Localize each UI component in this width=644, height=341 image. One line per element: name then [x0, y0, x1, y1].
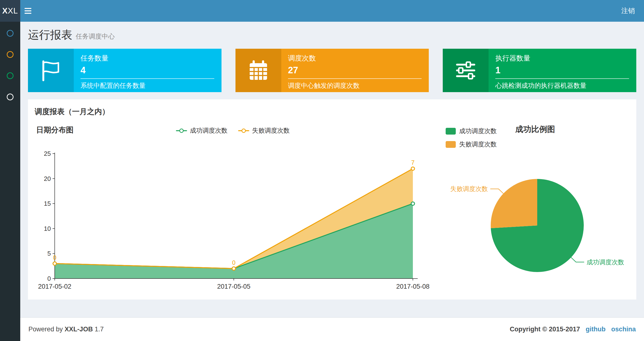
- info-box-description: 调度中心触发的调度次数: [288, 81, 422, 90]
- page-subtitle: 任务调度中心: [76, 33, 115, 40]
- line-chart-legend: 成功调度次数 失败调度次数: [28, 126, 438, 135]
- svg-text:20: 20: [44, 175, 51, 182]
- xxl-job-dashboard: XXL 注销 运行报表任务调度中心: [0, 0, 644, 341]
- sliders-icon: [443, 49, 488, 92]
- info-box-value: 27: [288, 65, 422, 76]
- svg-text:25: 25: [44, 150, 51, 157]
- svg-text:0: 0: [48, 275, 51, 282]
- svg-text:成功调度次数: 成功调度次数: [587, 258, 624, 266]
- powered-by: Powered by XXL-JOB 1.7: [28, 325, 104, 333]
- product-version: 1.7: [95, 325, 104, 333]
- hamburger-icon: [24, 8, 31, 9]
- sidebar-toggle-button[interactable]: [20, 0, 36, 22]
- sidebar-item-2[interactable]: [0, 44, 20, 65]
- github-link[interactable]: github: [586, 325, 606, 333]
- logo-text: XL: [8, 6, 18, 16]
- info-box-description: 心跳检测成功的执行器机器数量: [495, 81, 629, 90]
- svg-text:2017-05-08: 2017-05-08: [396, 283, 430, 290]
- divider: [288, 78, 422, 79]
- pie-chart-legend: 成功调度次数 失败调度次数: [446, 127, 497, 149]
- oschina-link[interactable]: oschina: [611, 325, 636, 333]
- svg-text:2017-05-05: 2017-05-05: [217, 283, 250, 290]
- svg-text:失败调度次数: 失败调度次数: [450, 185, 488, 192]
- legend-label: 成功调度次数: [190, 126, 228, 135]
- panel-title: 调度报表（一月之内）: [35, 107, 110, 117]
- legend-item-fail[interactable]: 失败调度次数: [446, 140, 497, 149]
- calendar-icon: [236, 49, 281, 92]
- sidebar-item-4[interactable]: [0, 86, 20, 108]
- content-area: 运行报表任务调度中心 任务数量 4 系统中配置的任务数量: [20, 22, 644, 317]
- legend-label: 失败调度次数: [252, 126, 290, 135]
- info-box-row: 任务数量 4 系统中配置的任务数量: [28, 49, 636, 92]
- line-series-marker: [238, 130, 249, 131]
- sidebar-item-1[interactable]: [0, 23, 20, 44]
- navbar-spacer: [36, 0, 612, 22]
- svg-text:5: 5: [48, 250, 51, 257]
- info-box-executors: 执行器数量 1 心跳检测成功的执行器机器数量: [443, 49, 636, 92]
- divider: [495, 78, 629, 79]
- info-box-triggers: 调度次数 27 调度中心触发的调度次数: [236, 49, 429, 92]
- svg-text:7: 7: [411, 159, 414, 166]
- svg-text:10: 10: [44, 225, 51, 232]
- product-name: XXL-JOB: [64, 325, 93, 333]
- logo-text-bold: X: [2, 6, 8, 16]
- info-box-jobs: 任务数量 4 系统中配置的任务数量: [28, 49, 222, 92]
- circle-icon: [7, 30, 14, 37]
- svg-text:2017-05-02: 2017-05-02: [38, 283, 71, 290]
- svg-text:0: 0: [53, 254, 56, 261]
- swatch: [446, 128, 456, 135]
- page-title: 运行报表: [28, 29, 72, 41]
- page-header: 运行报表任务调度中心: [20, 22, 644, 43]
- left-sidebar: [0, 22, 20, 341]
- legend-item-fail[interactable]: 失败调度次数: [238, 126, 290, 135]
- info-box-label: 调度次数: [288, 54, 422, 63]
- circle-icon: [7, 72, 14, 79]
- legend-item-success[interactable]: 成功调度次数: [446, 127, 497, 135]
- legend-label: 失败调度次数: [459, 140, 497, 149]
- date-distribution-chart: 05101520252017-05-022017-05-052017-05-08…: [31, 148, 436, 298]
- page-footer: Powered by XXL-JOB 1.7 Copyright © 2015-…: [20, 317, 644, 341]
- logout-button[interactable]: 注销: [612, 0, 644, 22]
- app-logo[interactable]: XXL: [0, 0, 20, 22]
- top-navbar: XXL 注销: [0, 0, 644, 22]
- marker-dot: [179, 129, 184, 133]
- info-box-value: 4: [80, 65, 214, 76]
- success-ratio-pie-chart: 成功调度次数失败调度次数: [439, 162, 624, 297]
- swatch: [446, 141, 456, 148]
- marker-dot: [242, 129, 246, 133]
- legend-item-success[interactable]: 成功调度次数: [176, 126, 228, 135]
- line-series-marker: [176, 130, 187, 131]
- svg-text:0: 0: [232, 259, 236, 266]
- scheduling-report-panel: 调度报表（一月之内） 日期分布图 成功调度次数 失败调度次数 051015202…: [28, 99, 636, 299]
- footer-links: Copyright © 2015-2017 github oschina: [510, 325, 636, 333]
- info-box-label: 任务数量: [80, 54, 214, 63]
- info-box-label: 执行器数量: [495, 54, 629, 63]
- copyright-text: Copyright © 2015-2017: [510, 325, 580, 333]
- svg-text:15: 15: [44, 200, 51, 207]
- flag-icon: [28, 49, 74, 92]
- legend-label: 成功调度次数: [459, 127, 497, 135]
- pie-chart-title: 成功比例图: [515, 124, 555, 135]
- divider: [80, 78, 214, 79]
- sidebar-item-3[interactable]: [0, 65, 20, 86]
- info-box-description: 系统中配置的任务数量: [80, 81, 214, 90]
- circle-icon: [7, 51, 14, 58]
- circle-icon: [7, 94, 14, 100]
- info-box-value: 1: [495, 65, 629, 76]
